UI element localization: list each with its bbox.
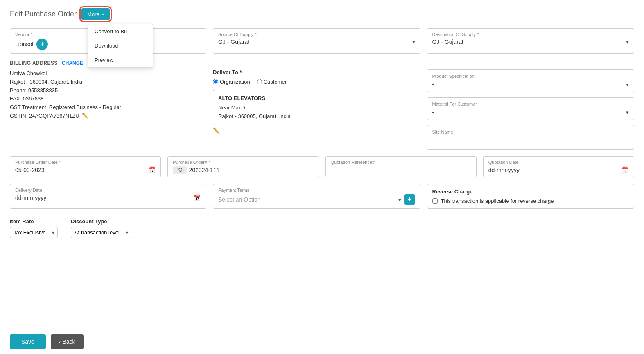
material-for-customer-field[interactable]: Material For Customer - ▾ <box>427 97 635 120</box>
deliver-to-label: Deliver To * <box>213 69 420 75</box>
back-button[interactable]: ‹ Back <box>51 334 84 349</box>
billing-address-line2: Rajkot - 360004, Gujarat, India <box>10 78 206 86</box>
reverse-charge-checkbox-row: This transaction is applicable for rever… <box>432 198 629 204</box>
payment-terms-select[interactable]: Select an Option <box>218 196 395 203</box>
chevron-down-icon: ▾ <box>626 109 629 116</box>
chevron-down-icon: ▾ <box>626 82 629 88</box>
edit-gstin-icon[interactable]: ✏️ <box>82 112 88 120</box>
delivery-date-label: Delivery Date <box>15 188 201 193</box>
chevron-down-icon: ▾ <box>398 197 401 203</box>
destination-of-supply-value: GJ - Gujarat <box>432 39 463 45</box>
billing-gst-treatment: GST Treatment: Registered Business - Reg… <box>10 103 206 112</box>
deliver-address-line1: Near MacD <box>218 104 415 112</box>
dropdown-menu: Convert to Bill Download Preview <box>88 24 153 68</box>
deliver-to-radio-group: Organization Customer <box>213 79 420 85</box>
discount-type-label: Discount Type <box>71 218 131 225</box>
payment-grid: Delivery Date dd-mm-yyyy 📅 Payment Terms… <box>10 184 634 209</box>
source-of-supply-label: Source Of Supply * <box>218 32 415 37</box>
billing-gstin: GSTIN: 24AGQPA7367N1ZU <box>10 112 79 120</box>
quotation-ref-field[interactable]: Quotation Reference# <box>325 156 477 177</box>
product-specification-value: - <box>432 81 434 88</box>
item-rate-select[interactable]: Tax Exclusive Tax Inclusive <box>10 227 58 238</box>
material-for-customer-label: Material For Customer <box>432 102 629 107</box>
reverse-charge-checkbox[interactable] <box>432 198 438 204</box>
item-rate-label: Item Rate <box>10 218 58 225</box>
radio-organization[interactable]: Organization <box>213 79 250 85</box>
radio-customer-input[interactable] <box>257 79 262 84</box>
page-container: Edit Purchase Order More ▾ Convert to Bi… <box>0 0 644 354</box>
source-of-supply-field[interactable]: Source Of Supply * GJ - Gujarat ▾ <box>213 28 420 54</box>
product-specification-field[interactable]: Product Specification - ▾ <box>427 69 635 92</box>
site-name-field[interactable]: Site Name <box>427 125 635 150</box>
discount-type-select-container: At transaction level At line item level <box>71 227 131 238</box>
calendar-icon[interactable]: 📅 <box>148 166 156 174</box>
calendar-icon[interactable]: 📅 <box>193 194 201 202</box>
payment-terms-row: Select an Option ▾ + <box>218 194 415 205</box>
add-vendor-button[interactable]: + <box>36 39 48 50</box>
purchase-order-date-field[interactable]: Purchase Order Date * 05-09-2023 📅 <box>10 156 161 177</box>
material-for-customer-value: - <box>432 109 434 116</box>
dropdown-item-preview[interactable]: Preview <box>88 53 153 67</box>
chevron-down-icon: ▾ <box>626 39 629 45</box>
destination-of-supply-label: Destination Of Supply * <box>432 32 629 37</box>
delivery-date-row: dd-mm-yyyy 📅 <box>15 194 201 202</box>
billing-fax: FAX: 0367838 <box>10 95 206 103</box>
delivery-date-value: dd-mm-yyyy <box>15 195 46 201</box>
back-label: ‹ Back <box>59 338 75 345</box>
payment-terms-label: Payment Terms <box>218 188 415 193</box>
purchase-order-date-value: 05-09-2023 <box>15 167 45 173</box>
page-header: Edit Purchase Order More ▾ Convert to Bi… <box>10 8 634 20</box>
deliver-to-address-box: ALTO ELEVATORS Near MacD Rajkot - 360005… <box>213 90 420 125</box>
edit-address-icon[interactable]: ✏️ <box>213 127 220 134</box>
dropdown-item-convert[interactable]: Convert to Bill <box>88 24 153 39</box>
item-rate-select-container: Tax Exclusive Tax Inclusive <box>10 227 58 238</box>
billing-section: Umiya Chowkdi Rajkot - 360004, Gujarat, … <box>10 69 206 120</box>
item-rate-group: Item Rate Tax Exclusive Tax Inclusive <box>10 218 58 238</box>
source-of-supply-wrapper: GJ - Gujarat ▾ <box>218 39 415 45</box>
vendor-value: Lionsol <box>15 41 33 48</box>
quotation-date-field[interactable]: Quotation Date dd-mm-yyyy 📅 <box>483 156 634 177</box>
chevron-down-icon: ▾ <box>412 39 415 45</box>
bottom-section: Item Rate Tax Exclusive Tax Inclusive Di… <box>10 215 634 238</box>
purchase-order-num-row: PO- 202324-111 <box>173 166 313 174</box>
product-specification-label: Product Specification <box>432 74 629 79</box>
radio-customer[interactable]: Customer <box>257 79 287 85</box>
reverse-charge-field: Reverse Charge This transaction is appli… <box>427 184 635 209</box>
save-button[interactable]: Save <box>10 334 46 349</box>
dropdown-item-download[interactable]: Download <box>88 39 153 53</box>
purchase-order-date-label: Purchase Order Date * <box>15 160 156 165</box>
quotation-date-row: dd-mm-yyyy 📅 <box>488 166 629 174</box>
product-specification-row: - ▾ <box>432 81 629 88</box>
deliver-to-section: Deliver To * Organization Customer ALTO … <box>213 69 420 134</box>
purchase-order-date-row: 05-09-2023 📅 <box>15 166 156 174</box>
discount-type-select[interactable]: At transaction level At line item level <box>71 227 131 238</box>
change-address-link[interactable]: CHANGE <box>62 60 83 66</box>
destination-of-supply-field[interactable]: Destination Of Supply * GJ - Gujarat ▾ <box>427 28 635 54</box>
billing-address-line1: Umiya Chowkdi <box>10 69 206 78</box>
destination-of-supply-wrapper: GJ - Gujarat ▾ <box>432 39 629 45</box>
billing-address-text: Umiya Chowkdi Rajkot - 360004, Gujarat, … <box>10 69 206 120</box>
add-payment-terms-button[interactable]: + <box>404 194 415 205</box>
delivery-date-field[interactable]: Delivery Date dd-mm-yyyy 📅 <box>10 184 206 209</box>
purchase-order-num-label: Purchase Order# * <box>173 160 313 165</box>
quotation-date-label: Quotation Date <box>488 160 629 165</box>
site-name-label: Site Name <box>432 129 629 134</box>
purchase-order-num-value: 202324-111 <box>189 167 220 173</box>
source-of-supply-value: GJ - Gujarat <box>218 39 249 45</box>
right-panel: Product Specification - ▾ Material For C… <box>427 69 635 150</box>
deliver-address-line2: Rajkot - 360005, Gujarat, India <box>218 112 415 121</box>
reverse-charge-label: This transaction is applicable for rever… <box>441 198 554 204</box>
more-button[interactable]: More ▾ <box>81 8 110 20</box>
radio-organization-label: Organization <box>220 79 250 85</box>
material-for-customer-row: - ▾ <box>432 109 629 116</box>
quotation-ref-label: Quotation Reference# <box>331 160 471 165</box>
billing-address-title: BILLING ADDRESS <box>10 60 58 66</box>
footer-bar: Save ‹ Back <box>0 329 644 354</box>
purchase-order-num-field[interactable]: Purchase Order# * PO- 202324-111 <box>167 156 319 177</box>
reverse-charge-title: Reverse Charge <box>432 188 629 195</box>
payment-terms-field[interactable]: Payment Terms Select an Option ▾ + <box>213 184 420 209</box>
radio-organization-input[interactable] <box>213 79 218 84</box>
discount-type-group: Discount Type At transaction level At li… <box>71 218 131 238</box>
dates-grid: Purchase Order Date * 05-09-2023 📅 Purch… <box>10 156 634 177</box>
calendar-icon[interactable]: 📅 <box>621 166 629 174</box>
